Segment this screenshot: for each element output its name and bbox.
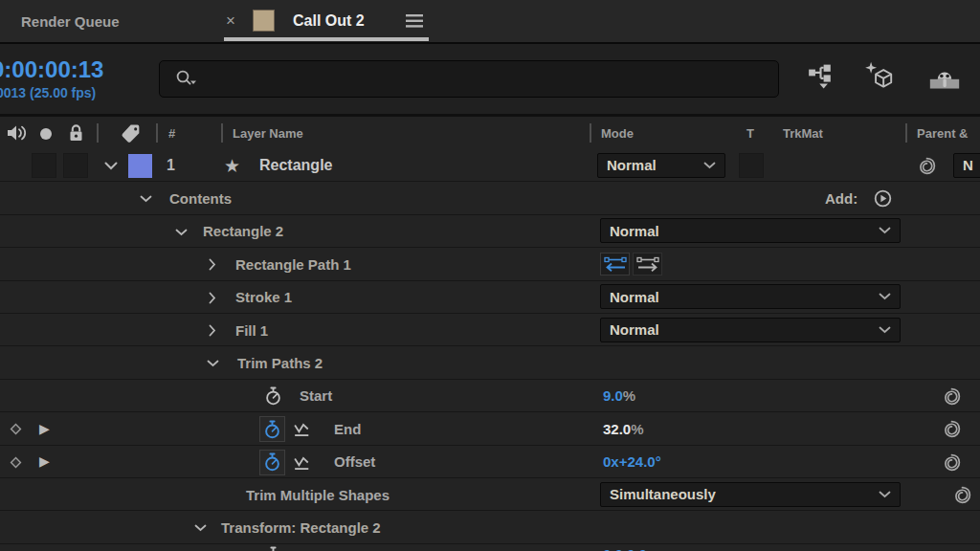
next-keyframe-icon[interactable]: ▶ (39, 421, 50, 436)
value-number[interactable]: 0x+24.0° (603, 453, 661, 470)
column-layer-name[interactable]: Layer Name (233, 126, 303, 141)
path-direction-normal-button[interactable] (633, 253, 662, 276)
chevron-down-icon (879, 491, 891, 498)
column-parent[interactable]: Parent & (917, 126, 968, 141)
dropdown-value: Normal (610, 223, 659, 239)
solo-column-icon[interactable] (40, 128, 52, 140)
dropdown-value: Normal (607, 157, 657, 173)
dropdown-value: Normal (610, 289, 659, 305)
mini-flowchart-icon[interactable] (809, 64, 837, 89)
chevron-right-icon[interactable] (209, 324, 216, 337)
next-keyframe-icon[interactable]: ▶ (39, 453, 50, 469)
layer-name[interactable]: Rectangle (259, 157, 332, 174)
group-label[interactable]: Rectangle 2 (203, 223, 283, 239)
pickwhip-icon[interactable] (952, 485, 972, 505)
close-icon[interactable]: × (226, 11, 235, 31)
parent-dropdown[interactable]: N (953, 153, 980, 178)
audio-column-icon[interactable] (7, 124, 28, 142)
shy-layers-icon[interactable] (928, 65, 961, 90)
keyframe-diamond-icon[interactable] (9, 422, 23, 436)
graph-editor-icon[interactable] (293, 421, 311, 437)
dropdown-value: Normal (610, 321, 659, 338)
row-start: Start 9.0% (0, 380, 980, 412)
parent-pickwhip-icon[interactable] (917, 156, 937, 176)
group-blend-mode-dropdown[interactable]: Normal (600, 218, 901, 243)
draft-3d-icon[interactable] (864, 61, 895, 90)
after-effects-timeline-panel: Render Queue × Call Out 2 0:00:00:13 001… (0, 0, 980, 551)
group-label[interactable]: Fill 1 (235, 321, 268, 338)
panel-tab-bar: Render Queue × Call Out 2 (0, 0, 980, 44)
comp-color-swatch (253, 10, 275, 32)
chevron-right-icon[interactable] (209, 292, 216, 304)
pickwhip-icon[interactable] (942, 386, 962, 407)
property-label[interactable]: Offset (334, 453, 375, 470)
property-label[interactable]: Trim Multiple Shapes (246, 486, 390, 502)
trim-multiple-shapes-dropdown[interactable]: Simultaneously (600, 482, 901, 507)
chevron-down-icon (879, 227, 891, 234)
layer-label-swatch[interactable] (128, 154, 152, 178)
stopwatch-icon-active (264, 420, 280, 439)
column-t[interactable]: T (746, 126, 754, 141)
dropdown-value: N (963, 157, 973, 173)
stopwatch-icon[interactable] (265, 546, 281, 551)
pickwhip-icon[interactable] (942, 419, 962, 439)
label-column-icon[interactable] (120, 122, 143, 145)
group-label[interactable]: Transform: Rectangle 2 (221, 519, 381, 536)
timeline-toolbar: 0:00:00:13 0013 (25.00 fps) (0, 44, 980, 117)
stopwatch-icon[interactable] (265, 386, 281, 406)
header-divider (156, 123, 158, 143)
pickwhip-icon[interactable] (942, 452, 962, 473)
add-property-icon[interactable] (874, 189, 892, 208)
tab-render-queue[interactable]: Render Queue (21, 13, 120, 30)
row-partial-clipped: 0.0,0.0 (0, 544, 980, 551)
value-number[interactable]: 32.0 (603, 420, 631, 436)
chevron-down-icon[interactable] (140, 195, 152, 203)
layer-index: 1 (167, 157, 175, 174)
group-label[interactable]: Contents (169, 190, 232, 207)
layer-blend-mode-dropdown[interactable]: Normal (597, 153, 725, 178)
chevron-right-icon[interactable] (209, 258, 216, 271)
current-timecode[interactable]: 0:00:00:13 (0, 56, 103, 83)
stroke-blend-mode-dropdown[interactable]: Normal (600, 284, 901, 309)
keyframe-diamond-icon[interactable] (9, 455, 23, 470)
group-label[interactable]: Trim Paths 2 (237, 355, 323, 371)
property-label[interactable]: End (334, 420, 361, 436)
active-tab-underline (224, 37, 429, 41)
stopwatch-active-box[interactable] (259, 416, 285, 442)
lock-column-icon[interactable] (68, 123, 84, 142)
chevron-down-icon[interactable] (207, 360, 219, 367)
panel-menu-icon[interactable] (406, 14, 423, 28)
tab-call-out-2[interactable]: Call Out 2 (293, 12, 365, 30)
video-toggle-well[interactable] (32, 153, 56, 178)
audio-toggle-well[interactable] (63, 153, 88, 178)
property-value[interactable]: 0x+24.0° (603, 453, 661, 470)
header-divider (590, 123, 591, 143)
column-mode[interactable]: Mode (601, 126, 634, 141)
graph-editor-icon[interactable] (293, 454, 311, 471)
chevron-down-icon[interactable] (104, 162, 118, 170)
search-input[interactable] (159, 60, 779, 98)
t-toggle-well[interactable] (739, 153, 764, 178)
chevron-down-icon[interactable] (194, 524, 207, 532)
group-label[interactable]: Rectangle Path 1 (235, 255, 351, 272)
property-label[interactable]: Start (300, 387, 332, 404)
column-index[interactable]: # (168, 126, 175, 141)
row-contents: Contents Add: (0, 182, 980, 214)
property-value-partial[interactable]: 0.0,0.0 (603, 546, 647, 551)
stopwatch-active-box[interactable] (259, 450, 285, 475)
chevron-down-icon[interactable] (175, 229, 188, 236)
column-trkmat[interactable]: TrkMat (783, 126, 823, 141)
row-trim-multiple-shapes: Trim Multiple Shapes Simultaneously (0, 478, 980, 511)
search-icon (175, 69, 198, 90)
group-label[interactable]: Stroke 1 (235, 289, 292, 305)
path-direction-reversed-button[interactable] (600, 253, 630, 276)
value-number[interactable]: 9.0 (603, 387, 623, 404)
chevron-down-icon (879, 326, 891, 334)
property-value[interactable]: 32.0% (603, 420, 644, 436)
fill-blend-mode-dropdown[interactable]: Normal (600, 318, 901, 342)
add-label[interactable]: Add: (825, 190, 858, 207)
header-divider (221, 123, 223, 143)
header-divider (905, 123, 907, 143)
row-fill-1: Fill 1 Normal (0, 314, 980, 346)
property-value[interactable]: 9.0% (603, 387, 635, 404)
